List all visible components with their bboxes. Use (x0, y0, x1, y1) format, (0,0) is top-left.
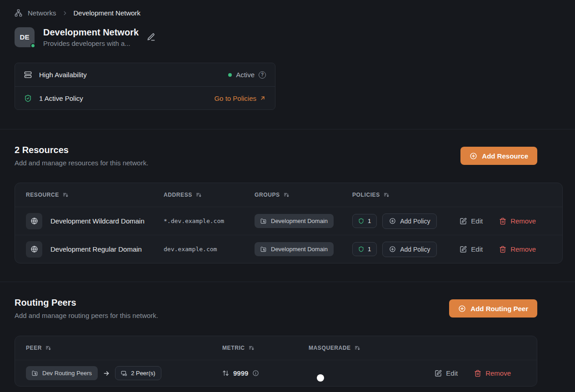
sort-icon (45, 345, 51, 351)
routing-peers-table: PEER METRIC MASQUERADE Dev Routing Peers (15, 336, 537, 387)
sort-icon (284, 192, 290, 198)
breadcrumb-current: Development Network (74, 9, 141, 17)
high-availability-row: High Availability Active ? (15, 63, 275, 86)
trash-icon (499, 218, 506, 225)
remove-button[interactable]: Remove (499, 217, 536, 225)
resource-name: Development Wildcard Domain (50, 217, 145, 225)
go-to-policies-link[interactable]: Go to Policies (214, 94, 266, 102)
sort-icon (384, 192, 390, 198)
page-subtitle: Provides developers with a... (43, 40, 139, 47)
routing-peers-table-header: PEER METRIC MASQUERADE (15, 336, 537, 360)
column-masquerade[interactable]: MASQUERADE (309, 345, 526, 351)
arrow-right-icon (103, 370, 110, 377)
routing-peers-subtitle: Add and manage routing peers for this ne… (15, 312, 158, 319)
edit-icon (460, 218, 467, 225)
peer-count-pill[interactable]: 2 Peer(s) (115, 366, 161, 380)
avatar-initials: DE (20, 33, 30, 41)
active-policy-label: 1 Active Policy (39, 94, 83, 102)
resource-address: *.dev.example.com (164, 218, 255, 224)
add-policy-button[interactable]: Add Policy (382, 213, 437, 229)
group-badge[interactable]: Development Domain (255, 242, 334, 256)
status-card: High Availability Active ? 1 Active Poli… (15, 63, 275, 110)
sort-icon (249, 345, 255, 351)
plus-circle-icon (458, 305, 466, 313)
edit-network-icon[interactable] (147, 33, 155, 41)
add-policy-label: Add Policy (400, 218, 430, 225)
ha-status-value: Active (236, 71, 255, 79)
peer-count-label: 2 Peer(s) (131, 370, 155, 377)
add-policy-button[interactable]: Add Policy (382, 242, 437, 257)
edit-button[interactable]: Edit (460, 217, 483, 225)
add-routing-peer-button[interactable]: Add Routing Peer (449, 299, 537, 318)
resources-table-header: RESOURCE ADDRESS GROUPS POLICIES (15, 183, 562, 207)
table-row: Development Regular Domain dev.example.c… (15, 235, 562, 263)
plus-circle-icon (389, 218, 396, 224)
resources-section: 2 Resources Add and manage resources for… (0, 129, 575, 263)
edit-button[interactable]: Edit (435, 369, 458, 377)
policy-count-pill[interactable]: 1 (352, 214, 377, 228)
plus-circle-icon (470, 152, 477, 160)
resources-title: 2 Resources (15, 145, 148, 155)
globe-icon (26, 213, 42, 229)
sort-icon (196, 192, 202, 198)
add-policy-label: Add Policy (400, 246, 430, 253)
group-badge[interactable]: Development Domain (255, 214, 334, 228)
resources-subtitle: Add and manage resources for this networ… (15, 159, 148, 167)
column-metric[interactable]: METRIC (222, 345, 309, 351)
arrow-up-down-icon (222, 370, 229, 377)
plus-circle-icon (389, 246, 396, 253)
edit-label: Edit (471, 217, 483, 225)
policy-count: 1 (368, 218, 371, 224)
edit-button[interactable]: Edit (460, 245, 483, 253)
table-row: Development Wildcard Domain *.dev.exampl… (15, 207, 562, 235)
routing-peer-group-label: Dev Routing Peers (42, 370, 92, 377)
column-groups[interactable]: GROUPS (255, 192, 352, 198)
breadcrumb: Networks Development Network (15, 9, 560, 17)
group-badge-label: Development Domain (271, 246, 328, 253)
folder-group-icon (260, 246, 267, 253)
high-availability-label: High Availability (39, 71, 87, 79)
active-policy-row: 1 Active Policy Go to Policies (15, 86, 275, 109)
resource-name: Development Regular Domain (50, 245, 142, 253)
edit-label: Edit (471, 245, 483, 253)
chevron-right-icon (62, 10, 68, 16)
routing-peers-section: Routing Peers Add and manage routing pee… (0, 282, 575, 387)
column-policies[interactable]: POLICIES (352, 192, 551, 198)
avatar: DE (15, 27, 35, 47)
shield-icon (358, 246, 364, 252)
toggle-knob (317, 374, 324, 382)
column-address[interactable]: ADDRESS (164, 192, 255, 198)
remove-button[interactable]: Remove (474, 369, 511, 377)
folder-group-icon (32, 370, 38, 377)
online-status-dot (30, 43, 35, 48)
add-resource-label: Add Resource (482, 152, 528, 160)
remove-label: Remove (510, 217, 536, 225)
info-icon (252, 370, 259, 377)
arrow-up-right-icon (260, 95, 266, 101)
resource-address: dev.example.com (164, 246, 255, 253)
go-to-policies-label: Go to Policies (214, 94, 256, 102)
sort-icon (63, 192, 69, 198)
active-status-dot (228, 73, 232, 77)
breadcrumb-networks[interactable]: Networks (28, 9, 56, 17)
server-icon (24, 71, 32, 79)
trash-icon (474, 370, 481, 377)
resources-table: RESOURCE ADDRESS GROUPS POLICIES (15, 183, 563, 263)
remove-button[interactable]: Remove (499, 245, 536, 253)
column-peer[interactable]: PEER (26, 345, 222, 351)
routing-peer-group-badge[interactable]: Dev Routing Peers (26, 366, 98, 380)
group-badge-label: Development Domain (271, 218, 328, 224)
edit-icon (460, 246, 467, 253)
policy-count-pill[interactable]: 1 (352, 242, 377, 256)
routing-peers-title: Routing Peers (15, 298, 158, 308)
remove-label: Remove (510, 245, 536, 253)
shield-icon (358, 218, 364, 224)
add-resource-button[interactable]: Add Resource (460, 147, 537, 165)
trash-icon (499, 246, 506, 253)
folder-group-icon (260, 218, 267, 224)
peers-icon (121, 370, 127, 377)
edit-icon (435, 370, 442, 377)
edit-label: Edit (446, 369, 458, 377)
column-resource[interactable]: RESOURCE (26, 192, 164, 198)
help-icon[interactable]: ? (259, 71, 266, 79)
